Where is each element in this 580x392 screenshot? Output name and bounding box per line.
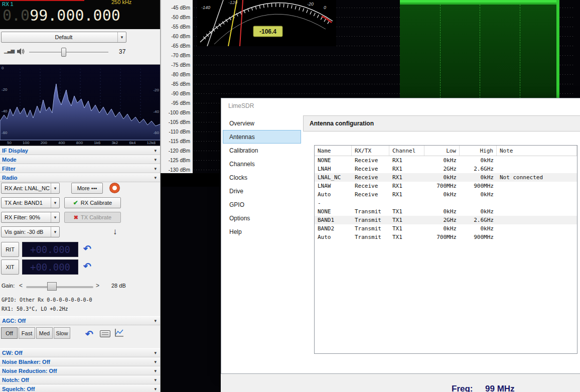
volume-slider[interactable] bbox=[29, 47, 108, 57]
cell-high: 900MHz bbox=[460, 183, 497, 189]
section-header[interactable]: Mode ▾ bbox=[0, 155, 161, 164]
antenna-table: Name RX/TX Channel Low High Note NONE Re… bbox=[314, 145, 577, 354]
dbm-label: -115 dBm bbox=[169, 139, 190, 144]
chevron-down-icon: ▾ bbox=[117, 32, 126, 42]
rit-value-display[interactable]: +00.000 bbox=[22, 242, 78, 257]
nav-item[interactable]: GPIO bbox=[223, 198, 301, 211]
chevron-down-icon: ▾ bbox=[154, 166, 157, 171]
frequency-digits[interactable]: 0.099.000.000 bbox=[3, 7, 120, 24]
agc-mode-button[interactable]: Slow bbox=[54, 327, 70, 339]
cell-low: 0kHz bbox=[424, 225, 460, 232]
table-row[interactable]: LNAH Receive RX1 2GHz 2.6GHz bbox=[315, 165, 577, 173]
nav-item[interactable]: Overview bbox=[223, 116, 301, 130]
chevron-down-icon: ▾ bbox=[154, 386, 157, 391]
spectrum-edge-band bbox=[556, 0, 559, 98]
cell-high: 0kHz bbox=[460, 157, 497, 164]
table-header-cell: Low bbox=[424, 146, 460, 156]
table-row[interactable]: Auto Receive RX1 0kHz 0kHz bbox=[315, 190, 577, 199]
down-arrow-icon[interactable]: ↓ bbox=[113, 227, 117, 237]
cell-name: NONE bbox=[315, 208, 352, 215]
tx-antenna-dropdown[interactable]: TX Ant: BAND1 ▾ bbox=[1, 197, 60, 208]
rx-filter-value: RX Filter: 90% bbox=[2, 214, 51, 220]
xit-button[interactable]: XIT bbox=[1, 259, 19, 275]
agc-mode-label: Med bbox=[39, 330, 50, 336]
xit-value-display[interactable]: +00.000 bbox=[22, 259, 78, 275]
gain-increase-arrow[interactable]: > bbox=[96, 282, 99, 289]
cell-channel: TX1 bbox=[389, 217, 424, 223]
agc-monitor-icon[interactable] bbox=[100, 330, 110, 337]
dialog-title-bar[interactable]: LimeSDR bbox=[221, 98, 580, 113]
if-spectrum-display[interactable]: 0-20-40-60 -20-40-60 501002004008001k63k… bbox=[0, 64, 161, 146]
spectrum-axis-corner bbox=[161, 173, 221, 187]
volume-slider-thumb[interactable] bbox=[61, 48, 66, 57]
gain-label: Gain: bbox=[2, 283, 15, 289]
table-row[interactable]: Auto Transmit TX1 700MHz 900MHz bbox=[315, 233, 577, 241]
section-header[interactable]: Noise Reduction: Off ▾ bbox=[0, 366, 161, 375]
frequency-main-digits[interactable]: 99.000.000 bbox=[30, 7, 120, 24]
collapsible-sections: IF Display ▾ Mode ▾ Filter ▾ Radio ▾ bbox=[0, 146, 161, 182]
gain-slider-track[interactable] bbox=[26, 286, 93, 288]
gain-decrease-arrow[interactable]: < bbox=[19, 282, 23, 289]
agc-section-header[interactable]: AGC: Off ▾ bbox=[0, 316, 161, 325]
agc-mode-button[interactable]: Off bbox=[1, 327, 18, 339]
cell-low: 0kHz bbox=[424, 174, 460, 181]
profile-dropdown[interactable]: Default ▾ bbox=[1, 32, 126, 43]
nav-item[interactable]: Channels bbox=[223, 157, 301, 171]
cell-rxtx: Transmit bbox=[352, 208, 389, 215]
help-lifering-icon[interactable] bbox=[110, 183, 119, 193]
agc-mode-button[interactable]: Fast bbox=[19, 327, 35, 339]
xit-reset-icon[interactable]: ↶ bbox=[83, 260, 91, 272]
status-freq-value: 99 MHz bbox=[485, 384, 515, 392]
table-header-cell: Name bbox=[315, 146, 352, 156]
nav-item[interactable]: Drive bbox=[223, 184, 301, 198]
table-row[interactable]: LNAW Receive RX1 700MHz 900MHz bbox=[315, 182, 577, 190]
rx-antenna-dropdown[interactable]: RX Ant: LNAL_NC ▾ bbox=[1, 183, 60, 194]
chevron-down-icon: ▾ bbox=[154, 377, 157, 382]
collapsible-sections-bottom: CW: Off ▾ Noise Blanker: Off ▾ Noise Red… bbox=[0, 348, 161, 392]
vis-gain-dropdown[interactable]: Vis gain: -30 dB ▾ bbox=[1, 226, 60, 237]
table-row[interactable]: LNAL_NC Receive RX1 0kHz 0kHz Not connec… bbox=[315, 173, 577, 182]
section-header[interactable]: Noise Blanker: Off ▾ bbox=[0, 357, 161, 366]
gain-slider-thumb[interactable] bbox=[47, 282, 57, 291]
nav-item[interactable]: Options bbox=[223, 211, 301, 225]
table-row[interactable]: BAND1 Transmit TX1 2GHz 2.6GHz bbox=[315, 216, 577, 224]
volume-slider-track bbox=[29, 52, 108, 53]
rx-filter-dropdown[interactable]: RX Filter: 90% ▾ bbox=[1, 212, 60, 223]
freq-label: 100 bbox=[23, 141, 29, 145]
section-header[interactable]: IF Display ▾ bbox=[0, 146, 161, 155]
section-label: Mode bbox=[2, 157, 17, 163]
cell-high: 2.6GHz bbox=[460, 166, 497, 172]
dbm-label: -105 dBm bbox=[169, 119, 190, 125]
table-row[interactable]: NONE Receive RX1 0kHz 0kHz bbox=[315, 156, 577, 165]
agc-mode-button[interactable]: Med bbox=[36, 327, 53, 339]
frequency-display[interactable]: RX 1 250 kHz 0.099.000.000 bbox=[0, 0, 161, 29]
levels-icon[interactable]: ▁▃▅ bbox=[4, 48, 14, 53]
nav-item[interactable]: Antennas bbox=[223, 130, 301, 144]
dbm-label: -130 dBm bbox=[169, 167, 190, 173]
nav-item-label: Help bbox=[229, 228, 242, 235]
gpio-status-text: GPIO: Other Rx 0-0-0-0-0-0-0-0 bbox=[2, 297, 92, 303]
cell-rxtx: Receive bbox=[352, 191, 389, 198]
nav-item[interactable]: Clocks bbox=[223, 171, 301, 184]
section-header[interactable]: CW: Off ▾ bbox=[0, 348, 161, 357]
agc-graph-icon[interactable] bbox=[114, 328, 124, 337]
table-row[interactable]: - bbox=[315, 199, 577, 207]
rit-reset-icon[interactable]: ↶ bbox=[83, 243, 91, 254]
section-label: Filter bbox=[2, 166, 16, 172]
agc-undo-icon[interactable]: ↶ bbox=[85, 328, 93, 340]
more-button[interactable]: More ••• bbox=[71, 183, 103, 194]
rx-calibrate-button[interactable]: ✔ RX Calibrate bbox=[64, 197, 121, 208]
rit-button[interactable]: RIT bbox=[1, 242, 19, 257]
section-label: Radio bbox=[2, 175, 18, 181]
table-row[interactable]: NONE Transmit TX1 0kHz 0kHz bbox=[315, 207, 577, 216]
nav-item[interactable]: Calibration bbox=[223, 144, 301, 157]
section-header[interactable]: Squelch: Off ▾ bbox=[0, 384, 161, 392]
table-row[interactable]: BAND2 Transmit TX1 0kHz 0kHz bbox=[315, 224, 577, 233]
nav-item[interactable]: Help bbox=[223, 225, 301, 238]
cell-rxtx: Transmit bbox=[352, 217, 389, 223]
section-header[interactable]: Notch: Off ▾ bbox=[0, 375, 161, 384]
section-header[interactable]: Radio ▾ bbox=[0, 173, 161, 182]
section-header[interactable]: Filter ▾ bbox=[0, 164, 161, 173]
rf-spectrum-signal-region[interactable] bbox=[400, 0, 559, 98]
speaker-icon[interactable] bbox=[17, 48, 25, 55]
